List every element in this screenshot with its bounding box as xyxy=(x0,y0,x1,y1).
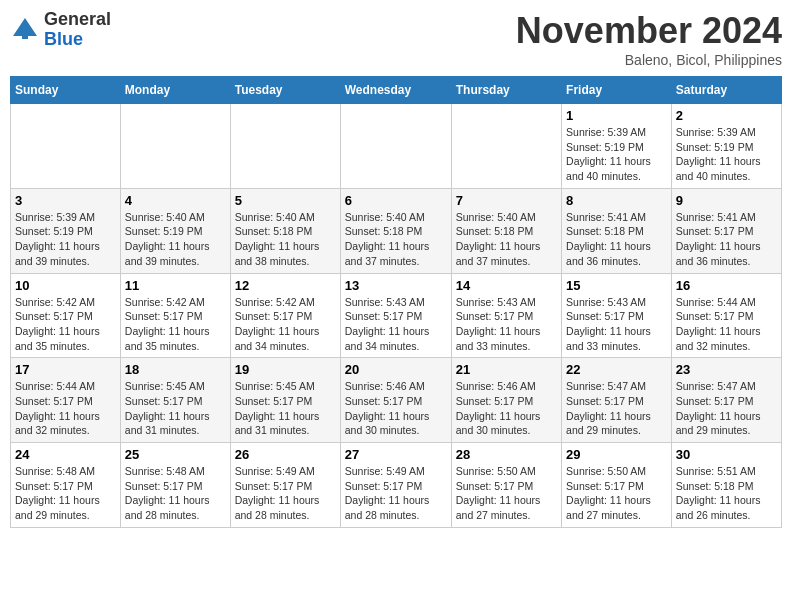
calendar-cell: 1Sunrise: 5:39 AM Sunset: 5:19 PM Daylig… xyxy=(562,104,672,189)
day-info: Sunrise: 5:39 AM Sunset: 5:19 PM Dayligh… xyxy=(15,210,116,269)
calendar-week-row: 10Sunrise: 5:42 AM Sunset: 5:17 PM Dayli… xyxy=(11,273,782,358)
day-info: Sunrise: 5:39 AM Sunset: 5:19 PM Dayligh… xyxy=(676,125,777,184)
day-of-week-header: Sunday xyxy=(11,77,121,104)
day-info: Sunrise: 5:46 AM Sunset: 5:17 PM Dayligh… xyxy=(345,379,447,438)
calendar-week-row: 17Sunrise: 5:44 AM Sunset: 5:17 PM Dayli… xyxy=(11,358,782,443)
day-number: 14 xyxy=(456,278,557,293)
logo-icon xyxy=(10,15,40,45)
day-info: Sunrise: 5:40 AM Sunset: 5:18 PM Dayligh… xyxy=(456,210,557,269)
day-number: 26 xyxy=(235,447,336,462)
calendar-cell: 26Sunrise: 5:49 AM Sunset: 5:17 PM Dayli… xyxy=(230,443,340,528)
day-number: 6 xyxy=(345,193,447,208)
day-info: Sunrise: 5:47 AM Sunset: 5:17 PM Dayligh… xyxy=(566,379,667,438)
day-info: Sunrise: 5:44 AM Sunset: 5:17 PM Dayligh… xyxy=(676,295,777,354)
calendar-cell: 16Sunrise: 5:44 AM Sunset: 5:17 PM Dayli… xyxy=(671,273,781,358)
day-info: Sunrise: 5:43 AM Sunset: 5:17 PM Dayligh… xyxy=(456,295,557,354)
calendar-cell: 4Sunrise: 5:40 AM Sunset: 5:19 PM Daylig… xyxy=(120,188,230,273)
day-number: 20 xyxy=(345,362,447,377)
calendar-week-row: 3Sunrise: 5:39 AM Sunset: 5:19 PM Daylig… xyxy=(11,188,782,273)
day-number: 8 xyxy=(566,193,667,208)
calendar-header-row: SundayMondayTuesdayWednesdayThursdayFrid… xyxy=(11,77,782,104)
day-number: 10 xyxy=(15,278,116,293)
svg-rect-1 xyxy=(22,31,28,39)
day-number: 5 xyxy=(235,193,336,208)
calendar-cell: 21Sunrise: 5:46 AM Sunset: 5:17 PM Dayli… xyxy=(451,358,561,443)
logo-general: General xyxy=(44,9,111,29)
calendar-cell: 30Sunrise: 5:51 AM Sunset: 5:18 PM Dayli… xyxy=(671,443,781,528)
day-info: Sunrise: 5:49 AM Sunset: 5:17 PM Dayligh… xyxy=(345,464,447,523)
calendar-cell: 14Sunrise: 5:43 AM Sunset: 5:17 PM Dayli… xyxy=(451,273,561,358)
day-info: Sunrise: 5:43 AM Sunset: 5:17 PM Dayligh… xyxy=(345,295,447,354)
logo-blue: Blue xyxy=(44,29,83,49)
day-info: Sunrise: 5:50 AM Sunset: 5:17 PM Dayligh… xyxy=(456,464,557,523)
day-number: 9 xyxy=(676,193,777,208)
day-info: Sunrise: 5:47 AM Sunset: 5:17 PM Dayligh… xyxy=(676,379,777,438)
calendar-cell: 28Sunrise: 5:50 AM Sunset: 5:17 PM Dayli… xyxy=(451,443,561,528)
day-number: 15 xyxy=(566,278,667,293)
day-number: 23 xyxy=(676,362,777,377)
calendar-cell: 20Sunrise: 5:46 AM Sunset: 5:17 PM Dayli… xyxy=(340,358,451,443)
calendar-cell: 5Sunrise: 5:40 AM Sunset: 5:18 PM Daylig… xyxy=(230,188,340,273)
day-number: 22 xyxy=(566,362,667,377)
day-number: 2 xyxy=(676,108,777,123)
day-number: 17 xyxy=(15,362,116,377)
calendar-cell: 3Sunrise: 5:39 AM Sunset: 5:19 PM Daylig… xyxy=(11,188,121,273)
calendar-cell xyxy=(230,104,340,189)
calendar-cell xyxy=(340,104,451,189)
day-info: Sunrise: 5:42 AM Sunset: 5:17 PM Dayligh… xyxy=(15,295,116,354)
month-title: November 2024 xyxy=(516,10,782,52)
day-info: Sunrise: 5:51 AM Sunset: 5:18 PM Dayligh… xyxy=(676,464,777,523)
day-number: 13 xyxy=(345,278,447,293)
calendar-cell xyxy=(120,104,230,189)
day-info: Sunrise: 5:49 AM Sunset: 5:17 PM Dayligh… xyxy=(235,464,336,523)
day-info: Sunrise: 5:48 AM Sunset: 5:17 PM Dayligh… xyxy=(125,464,226,523)
calendar-cell: 17Sunrise: 5:44 AM Sunset: 5:17 PM Dayli… xyxy=(11,358,121,443)
calendar-cell: 15Sunrise: 5:43 AM Sunset: 5:17 PM Dayli… xyxy=(562,273,672,358)
calendar-week-row: 1Sunrise: 5:39 AM Sunset: 5:19 PM Daylig… xyxy=(11,104,782,189)
day-number: 19 xyxy=(235,362,336,377)
calendar-cell: 22Sunrise: 5:47 AM Sunset: 5:17 PM Dayli… xyxy=(562,358,672,443)
day-number: 27 xyxy=(345,447,447,462)
day-info: Sunrise: 5:41 AM Sunset: 5:18 PM Dayligh… xyxy=(566,210,667,269)
calendar-cell: 11Sunrise: 5:42 AM Sunset: 5:17 PM Dayli… xyxy=(120,273,230,358)
calendar-cell: 25Sunrise: 5:48 AM Sunset: 5:17 PM Dayli… xyxy=(120,443,230,528)
day-number: 24 xyxy=(15,447,116,462)
page-header: General Blue November 2024 Baleno, Bicol… xyxy=(10,10,782,68)
day-info: Sunrise: 5:40 AM Sunset: 5:18 PM Dayligh… xyxy=(235,210,336,269)
day-number: 30 xyxy=(676,447,777,462)
day-number: 1 xyxy=(566,108,667,123)
day-info: Sunrise: 5:45 AM Sunset: 5:17 PM Dayligh… xyxy=(125,379,226,438)
day-of-week-header: Saturday xyxy=(671,77,781,104)
calendar-cell: 2Sunrise: 5:39 AM Sunset: 5:19 PM Daylig… xyxy=(671,104,781,189)
calendar-cell: 8Sunrise: 5:41 AM Sunset: 5:18 PM Daylig… xyxy=(562,188,672,273)
calendar-cell: 12Sunrise: 5:42 AM Sunset: 5:17 PM Dayli… xyxy=(230,273,340,358)
day-of-week-header: Wednesday xyxy=(340,77,451,104)
day-number: 3 xyxy=(15,193,116,208)
calendar-cell: 27Sunrise: 5:49 AM Sunset: 5:17 PM Dayli… xyxy=(340,443,451,528)
day-info: Sunrise: 5:40 AM Sunset: 5:18 PM Dayligh… xyxy=(345,210,447,269)
calendar-cell: 7Sunrise: 5:40 AM Sunset: 5:18 PM Daylig… xyxy=(451,188,561,273)
calendar-cell: 13Sunrise: 5:43 AM Sunset: 5:17 PM Dayli… xyxy=(340,273,451,358)
day-info: Sunrise: 5:46 AM Sunset: 5:17 PM Dayligh… xyxy=(456,379,557,438)
day-info: Sunrise: 5:42 AM Sunset: 5:17 PM Dayligh… xyxy=(125,295,226,354)
day-info: Sunrise: 5:39 AM Sunset: 5:19 PM Dayligh… xyxy=(566,125,667,184)
day-info: Sunrise: 5:42 AM Sunset: 5:17 PM Dayligh… xyxy=(235,295,336,354)
day-info: Sunrise: 5:43 AM Sunset: 5:17 PM Dayligh… xyxy=(566,295,667,354)
day-number: 25 xyxy=(125,447,226,462)
day-info: Sunrise: 5:40 AM Sunset: 5:19 PM Dayligh… xyxy=(125,210,226,269)
day-info: Sunrise: 5:50 AM Sunset: 5:17 PM Dayligh… xyxy=(566,464,667,523)
day-number: 16 xyxy=(676,278,777,293)
logo-text: General Blue xyxy=(44,10,111,50)
day-number: 29 xyxy=(566,447,667,462)
day-number: 4 xyxy=(125,193,226,208)
day-of-week-header: Friday xyxy=(562,77,672,104)
calendar-cell xyxy=(11,104,121,189)
day-info: Sunrise: 5:44 AM Sunset: 5:17 PM Dayligh… xyxy=(15,379,116,438)
calendar-cell: 24Sunrise: 5:48 AM Sunset: 5:17 PM Dayli… xyxy=(11,443,121,528)
day-info: Sunrise: 5:41 AM Sunset: 5:17 PM Dayligh… xyxy=(676,210,777,269)
day-number: 21 xyxy=(456,362,557,377)
day-info: Sunrise: 5:48 AM Sunset: 5:17 PM Dayligh… xyxy=(15,464,116,523)
calendar-cell: 10Sunrise: 5:42 AM Sunset: 5:17 PM Dayli… xyxy=(11,273,121,358)
day-of-week-header: Monday xyxy=(120,77,230,104)
calendar-table: SundayMondayTuesdayWednesdayThursdayFrid… xyxy=(10,76,782,528)
